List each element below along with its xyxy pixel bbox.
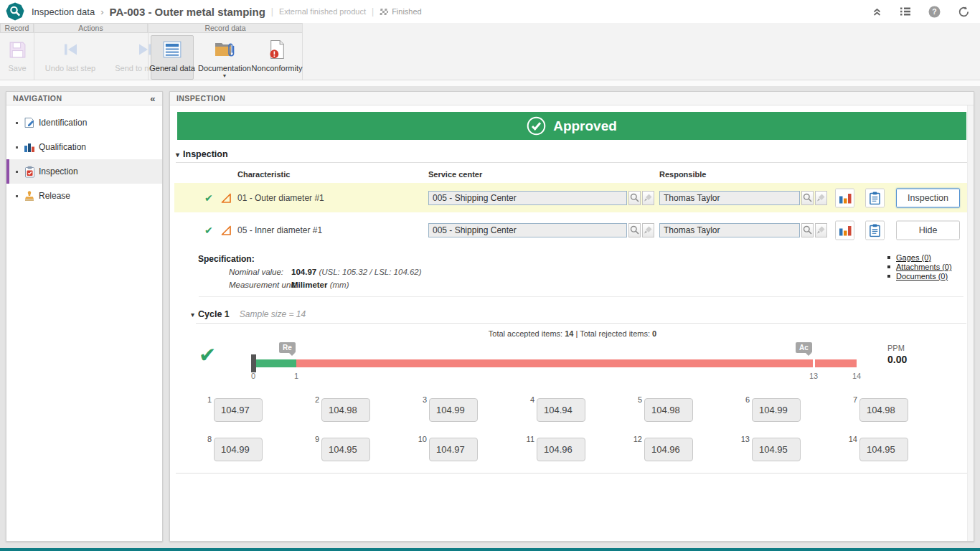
clear-brush-icon[interactable] — [815, 223, 827, 237]
save-floppy-icon — [8, 38, 27, 61]
list-menu-icon[interactable] — [900, 6, 911, 17]
search-icon[interactable] — [801, 223, 814, 237]
nominal-value-limits: (USL: 105.32 / LSL: 104.62) — [319, 268, 421, 276]
nonconformity-alert-doc-icon — [268, 38, 286, 61]
bullet-icon — [887, 265, 890, 268]
navigation-panel: NAVIGATION « Identification Qualificatio… — [6, 91, 163, 542]
collapse-panel-icon[interactable]: « — [150, 93, 156, 104]
measurement-cell: 9 — [309, 435, 417, 461]
general-data-button[interactable]: General data — [151, 35, 194, 80]
attachments-link[interactable]: Attachments (0) — [896, 263, 952, 271]
measurement-input[interactable] — [429, 438, 478, 461]
cycle-accepted-check-icon: ✔ — [199, 344, 216, 366]
sidebar-item-inspection[interactable]: Inspection — [6, 159, 162, 184]
clear-brush-icon[interactable] — [815, 191, 827, 205]
measurement-input[interactable] — [537, 438, 585, 461]
search-icon[interactable] — [628, 223, 641, 237]
set-square-icon — [220, 192, 232, 203]
measurement-cell: 1 — [202, 396, 309, 422]
release-stamp-icon — [23, 190, 36, 202]
inspection-action-button[interactable]: Inspection — [896, 188, 960, 207]
service-center-lookup — [428, 223, 654, 237]
measurement-input[interactable] — [644, 438, 693, 461]
chevron-down-icon: ▾ — [191, 311, 194, 319]
measurement-input[interactable] — [429, 398, 478, 422]
sample-size-label: Sample size = 14 — [240, 309, 306, 319]
section-toggle-cycle-1[interactable]: ▾ Cycle 1 Sample size = 14 — [191, 309, 306, 319]
ppm-block: PPM 0.00 — [887, 344, 907, 365]
sidebar-item-qualification[interactable]: Qualification — [6, 135, 162, 159]
inspection-panel-body: Approved ▾ Inspection Characteristic Ser… — [170, 105, 974, 541]
table-row-characteristic-1: ✔ 01 - Outer diameter #1 Inspection — [174, 183, 971, 212]
hide-action-button[interactable]: Hide — [896, 220, 960, 240]
documentation-button[interactable]: Documentation ▼ — [199, 35, 250, 80]
measurement-index: 9 — [309, 435, 319, 443]
nonconformity-button[interactable]: Nonconformity — [253, 35, 301, 80]
chevron-down-icon: ▾ — [176, 151, 179, 159]
responsible-input[interactable] — [659, 223, 800, 237]
measurement-unit: Milimeter (mm) — [291, 281, 349, 289]
responsible-input[interactable] — [659, 191, 800, 205]
measurement-input[interactable] — [214, 438, 263, 461]
scale-tick-1: 1 — [294, 372, 298, 380]
list-item: Documents (0) — [887, 272, 952, 281]
measurement-index: 5 — [632, 395, 642, 404]
bullet-icon — [16, 195, 18, 197]
measurement-input[interactable] — [859, 398, 908, 422]
characteristic-name: 05 - Inner diameter #1 — [237, 225, 322, 235]
table-row-characteristic-2: ✔ 05 - Inner diameter #1 Hide — [174, 215, 971, 245]
vertical-scrollbar[interactable] — [967, 105, 974, 541]
chart-button[interactable] — [835, 220, 854, 240]
measurement-input[interactable] — [537, 398, 585, 422]
gages-link[interactable]: Gages (0) — [896, 253, 931, 262]
measurement-input[interactable] — [752, 438, 801, 461]
sidebar-item-identification[interactable]: Identification — [6, 110, 162, 135]
measurement-input[interactable] — [321, 398, 370, 422]
measurement-input[interactable] — [752, 398, 801, 422]
help-icon[interactable]: ? — [928, 6, 941, 18]
bar-chart-icon — [838, 224, 852, 236]
notes-button[interactable] — [865, 220, 885, 240]
measurement-index: 3 — [417, 395, 427, 404]
refresh-icon[interactable] — [958, 6, 970, 18]
bar-chart-icon — [838, 192, 852, 204]
section-title: Inspection — [183, 149, 228, 159]
bullet-icon — [887, 256, 890, 259]
undo-last-step-button[interactable]: Undo last step — [37, 35, 103, 80]
inspection-clipboard-icon — [23, 166, 36, 178]
measurement-input[interactable] — [321, 438, 370, 461]
sidebar-item-release[interactable]: Release — [6, 184, 162, 208]
app-logo-icon[interactable] — [6, 2, 24, 21]
re-marker-tag: Re — [279, 342, 296, 353]
inspection-panel-title: INSPECTION — [176, 94, 225, 103]
divider: | — [271, 6, 273, 17]
column-header-service-center: Service center — [428, 170, 482, 179]
collapse-toolbar-icon[interactable] — [872, 6, 882, 17]
list-item: Gages (0) — [887, 253, 952, 262]
measurement-input[interactable] — [859, 438, 908, 461]
service-center-input[interactable] — [428, 223, 627, 237]
chart-button[interactable] — [835, 188, 854, 207]
measurement-cell: 6 — [740, 396, 847, 422]
page-title: PA-003 - Outer metal stamping — [110, 6, 265, 18]
cycle-title: Cycle 1 — [198, 309, 230, 319]
section-toggle-inspection[interactable]: ▾ Inspection — [176, 149, 228, 159]
service-center-input[interactable] — [428, 191, 627, 205]
search-icon[interactable] — [801, 191, 814, 205]
documents-link[interactable]: Documents (0) — [896, 272, 948, 281]
group-label-actions: Actions — [34, 23, 148, 33]
measurement-cell: 14 — [847, 435, 955, 461]
bullet-icon — [16, 171, 18, 173]
clear-brush-icon[interactable] — [642, 191, 654, 205]
search-icon[interactable] — [628, 191, 641, 205]
measurement-input[interactable] — [214, 398, 263, 422]
breadcrumb: Inspection data › PA-003 - Outer metal s… — [32, 6, 422, 18]
documentation-label: Documentation — [198, 64, 251, 72]
set-square-icon — [220, 225, 232, 235]
measurement-input[interactable] — [644, 398, 693, 422]
clear-brush-icon[interactable] — [642, 223, 654, 237]
breadcrumb-root-link[interactable]: Inspection data — [32, 6, 95, 17]
notes-button[interactable] — [865, 188, 885, 207]
save-button[interactable]: Save — [2, 35, 32, 80]
measurement-index: 2 — [309, 395, 319, 404]
